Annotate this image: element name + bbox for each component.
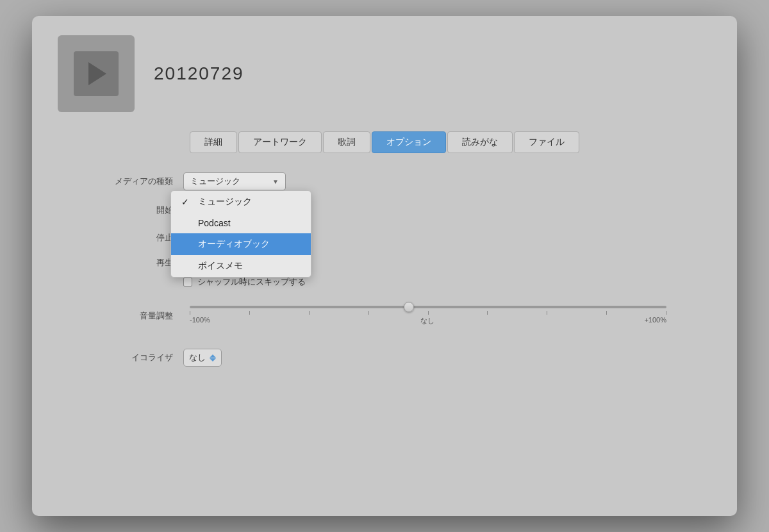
eq-spinner-up-icon [210,354,216,358]
dropdown-item-podcast[interactable]: Podcast [171,213,311,233]
dropdown-item-music-label: ミュージック [198,196,252,208]
stop-time-label: 停止 [96,232,173,244]
slider-labels: -100% なし +100% [183,315,673,326]
tick-8 [606,311,607,315]
dropdown-arrow-icon: ▼ [272,178,279,185]
tab-reading[interactable]: 読みがな [447,131,513,153]
check-mark-icon: ✓ [181,197,192,207]
media-type-value: ミュージック [190,176,240,187]
volume-max-label: +100% [644,316,666,326]
tick-5 [428,311,429,315]
dropdown-item-voicememo-label: ボイスメモ [198,260,243,272]
eq-spinner-icon[interactable] [210,354,216,362]
info-dialog: 20120729 詳細 アートワーク 歌詞 オプション 読みがな ファイル メデ… [32,16,737,516]
header-section: 20120729 [58,35,711,112]
tab-file[interactable]: ファイル [514,131,579,153]
tick-2 [249,311,250,315]
skip-shuffle-item: シャッフル時にスキップする [183,276,306,288]
play-icon [88,62,106,85]
volume-mid-label: なし [420,316,434,326]
equalizer-value: なし [189,352,206,363]
tick-3 [309,311,310,315]
dropdown-item-music[interactable]: ✓ ミュージック [171,191,311,213]
volume-row: 音量調整 -100% なし [96,306,673,326]
dropdown-item-audiobook[interactable]: オーディオブック [171,233,311,255]
start-time-label: 開始 [96,204,173,216]
tab-options[interactable]: オプション [372,131,446,153]
media-type-selector[interactable]: ミュージック ▼ [183,172,286,190]
equalizer-label: イコライザ [96,352,173,363]
tab-lyrics[interactable]: 歌詞 [323,131,370,153]
media-type-dropdown[interactable]: ✓ ミュージック Podcast オーディオブック ボイスメモ [170,190,311,278]
album-art-inner [74,51,119,96]
dropdown-item-podcast-label: Podcast [198,218,231,228]
media-type-row: メディアの種類 ミュージック ▼ ✓ ミュージック Podcast オーディオブ… [96,172,673,190]
tick-1 [190,311,190,315]
tick-4 [368,311,369,315]
track-title: 20120729 [154,63,244,84]
volume-slider-container: -100% なし +100% [183,306,673,326]
tab-bar: 詳細 アートワーク 歌詞 オプション 読みがな ファイル [58,131,711,153]
equalizer-row: イコライザ なし [96,349,673,367]
tick-9 [666,311,666,315]
eq-spinner-down-icon [210,358,216,362]
dropdown-item-audiobook-label: オーディオブック [198,238,270,250]
playback-label: 再生 [96,257,173,269]
skip-shuffle-label: シャッフル時にスキップする [197,276,306,288]
dropdown-item-voicememo[interactable]: ボイスメモ [171,255,311,277]
tab-detail[interactable]: 詳細 [190,131,237,153]
equalizer-selector[interactable]: なし [183,349,222,367]
skip-shuffle-checkbox[interactable] [183,278,192,287]
album-art [58,35,135,112]
volume-label: 音量調整 [96,310,173,322]
tick-7 [547,311,547,315]
options-content: メディアの種類 ミュージック ▼ ✓ ミュージック Podcast オーディオブ… [58,172,711,378]
volume-min-label: -100% [190,316,210,326]
tick-6 [487,311,488,315]
tab-artwork[interactable]: アートワーク [238,131,322,153]
media-type-label: メディアの種類 [96,176,173,187]
slider-ticks [183,308,673,315]
